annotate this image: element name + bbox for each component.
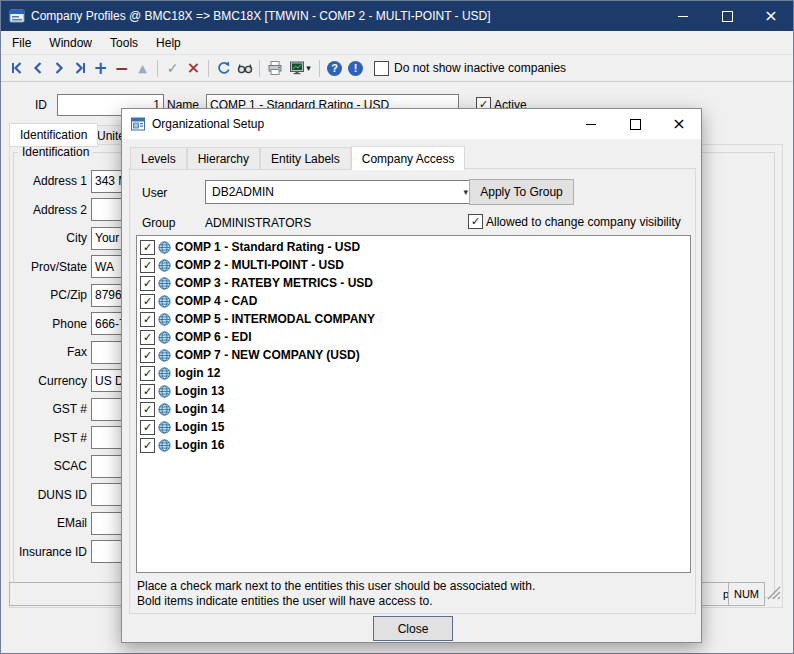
- dialog-tab-hierarchy[interactable]: Hierarchy: [187, 147, 260, 170]
- inactive-companies-checkbox[interactable]: [374, 61, 389, 76]
- entity-row[interactable]: COMP 1 - Standard Rating - USD: [137, 238, 690, 256]
- dialog-icon: [130, 116, 146, 132]
- tab-identification[interactable]: Identification: [9, 123, 98, 147]
- menu-item-window[interactable]: Window: [40, 31, 101, 54]
- maximize-icon[interactable]: [705, 1, 749, 31]
- menu-item-help[interactable]: Help: [147, 31, 190, 54]
- company-access-panel: User DB2ADMIN ▾ Apply To Group Group ADM…: [129, 168, 696, 614]
- globe-icon: [158, 367, 171, 380]
- globe-icon: [158, 313, 171, 326]
- help-icon[interactable]: ?: [324, 58, 345, 79]
- toolbar-separator: [157, 60, 158, 77]
- window-title: Company Profiles @ BMC18X => BMC18X [TMW…: [31, 9, 491, 23]
- field-label: Currency: [1, 374, 87, 388]
- field-label: Prov/State: [1, 260, 87, 274]
- field-label: City: [1, 231, 87, 245]
- resize-grip[interactable]: [766, 585, 782, 604]
- next-record-icon[interactable]: [48, 58, 69, 79]
- toolbar-separator: [319, 60, 320, 77]
- apply-to-group-button[interactable]: Apply To Group: [469, 179, 574, 205]
- cancel-x-icon[interactable]: ×: [183, 58, 204, 79]
- minimize-icon[interactable]: [661, 1, 705, 31]
- entity-label: COMP 7 - NEW COMPANY (USD): [175, 348, 360, 362]
- info-icon[interactable]: !: [345, 58, 366, 79]
- entity-label: Login 13: [175, 384, 224, 398]
- globe-icon: [158, 403, 171, 416]
- entity-row[interactable]: Login 15: [137, 418, 690, 436]
- entity-checkbox[interactable]: [140, 276, 155, 291]
- field-label: EMail: [1, 516, 87, 530]
- dialog-tab-entity-labels[interactable]: Entity Labels: [260, 147, 351, 170]
- field-label: Insurance ID: [1, 545, 87, 559]
- add-record-icon[interactable]: +: [90, 58, 111, 79]
- menu-item-file[interactable]: File: [3, 31, 40, 54]
- entity-checkbox[interactable]: [140, 366, 155, 381]
- entity-row[interactable]: Login 16: [137, 436, 690, 454]
- entity-row[interactable]: COMP 4 - CAD: [137, 292, 690, 310]
- commit-check-icon[interactable]: ✓: [162, 58, 183, 79]
- instruction-line-2: Bold items indicate entities the user wi…: [137, 594, 432, 608]
- visibility-checkbox[interactable]: [468, 214, 483, 229]
- entity-label: COMP 5 - INTERMODAL COMPANY: [175, 312, 375, 326]
- entity-list[interactable]: COMP 1 - Standard Rating - USD COMP 2 - …: [136, 235, 691, 573]
- entity-checkbox[interactable]: [140, 240, 155, 255]
- instruction-line-1: Place a check mark next to the entities …: [137, 579, 535, 593]
- entity-label: COMP 4 - CAD: [175, 294, 257, 308]
- dialog-tab-company-access[interactable]: Company Access: [351, 146, 466, 170]
- entity-checkbox[interactable]: [140, 294, 155, 309]
- entity-checkbox[interactable]: [140, 402, 155, 417]
- last-record-icon[interactable]: [69, 58, 90, 79]
- entity-checkbox[interactable]: [140, 330, 155, 345]
- dialog-title-bar: Organizational Setup ×: [122, 109, 701, 139]
- binoculars-icon[interactable]: [234, 58, 255, 79]
- combo-dropdown-icon[interactable]: ▾: [463, 187, 468, 197]
- entity-checkbox[interactable]: [140, 348, 155, 363]
- dialog-minimize-icon[interactable]: [569, 109, 613, 139]
- visibility-label[interactable]: Allowed to change company visibility: [486, 215, 681, 229]
- status-panel-num: NUM: [728, 582, 765, 606]
- entity-row[interactable]: login 12: [137, 364, 690, 382]
- menu-bar: FileWindowToolsHelp: [1, 31, 793, 55]
- title-bar: Company Profiles @ BMC18X => BMC18X [TMW…: [1, 1, 793, 31]
- first-record-icon[interactable]: [6, 58, 27, 79]
- monitor-icon[interactable]: ▾: [285, 58, 315, 79]
- previous-record-icon[interactable]: [27, 58, 48, 79]
- entity-label: COMP 6 - EDI: [175, 330, 251, 344]
- entity-row[interactable]: COMP 2 - MULTI-POINT - USD: [137, 256, 690, 274]
- dialog-maximize-icon[interactable]: [613, 109, 657, 139]
- entity-row[interactable]: COMP 6 - EDI: [137, 328, 690, 346]
- user-combobox[interactable]: DB2ADMIN ▾: [205, 180, 475, 204]
- inactive-companies-label[interactable]: Do not show inactive companies: [394, 61, 566, 75]
- close-icon[interactable]: ×: [749, 1, 793, 31]
- refresh-icon[interactable]: [213, 58, 234, 79]
- entity-row[interactable]: Login 14: [137, 400, 690, 418]
- entity-row[interactable]: COMP 5 - INTERMODAL COMPANY: [137, 310, 690, 328]
- menu-item-tools[interactable]: Tools: [101, 31, 147, 54]
- entity-checkbox[interactable]: [140, 438, 155, 453]
- field-label: GST #: [1, 402, 87, 416]
- entity-label: COMP 2 - MULTI-POINT - USD: [175, 258, 344, 272]
- field-label: PC/Zip: [1, 288, 87, 302]
- globe-icon: [158, 385, 171, 398]
- entity-row[interactable]: COMP 3 - RATEBY METRICS - USD: [137, 274, 690, 292]
- entity-row[interactable]: Login 13: [137, 382, 690, 400]
- entity-checkbox[interactable]: [140, 384, 155, 399]
- dialog-title: Organizational Setup: [152, 117, 264, 131]
- entity-checkbox[interactable]: [140, 312, 155, 327]
- globe-icon: [158, 421, 171, 434]
- dialog-tab-levels[interactable]: Levels: [130, 147, 187, 170]
- globe-icon: [158, 295, 171, 308]
- move-up-icon[interactable]: ▲: [132, 58, 153, 79]
- dialog-tab-strip: LevelsHierarchyEntity LabelsCompany Acce…: [130, 146, 465, 170]
- entity-row[interactable]: COMP 7 - NEW COMPANY (USD): [137, 346, 690, 364]
- printer-icon[interactable]: [264, 58, 285, 79]
- dropdown-arrow-icon[interactable]: ▾: [306, 63, 311, 73]
- field-label: Address 2: [1, 203, 87, 217]
- entity-label: Login 14: [175, 402, 224, 416]
- entity-checkbox[interactable]: [140, 420, 155, 435]
- close-button[interactable]: Close: [373, 616, 453, 641]
- field-label: DUNS ID: [1, 488, 87, 502]
- entity-checkbox[interactable]: [140, 258, 155, 273]
- dialog-close-icon[interactable]: ×: [657, 109, 701, 139]
- delete-record-icon[interactable]: −: [111, 58, 132, 79]
